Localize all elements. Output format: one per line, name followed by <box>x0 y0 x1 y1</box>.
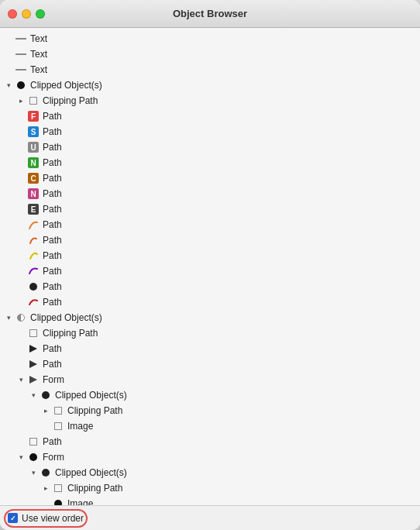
minimize-button[interactable] <box>22 9 31 19</box>
list-item[interactable]: Path <box>0 263 420 279</box>
list-item[interactable]: Clipped Object(s) <box>0 387 420 403</box>
toggle-icon[interactable] <box>3 312 14 323</box>
item-icon <box>51 404 65 418</box>
toggle-icon[interactable] <box>28 390 39 401</box>
list-item[interactable]: Path <box>0 341 420 356</box>
use-view-order-label: Use view order <box>22 513 84 524</box>
content-area: Text Text Text Clipped Object(s) <box>0 28 420 530</box>
item-icon <box>26 450 40 464</box>
list-item[interactable]: Text <box>0 46 420 62</box>
item-label: Clipping Path <box>67 483 122 494</box>
item-label: Path <box>43 297 62 308</box>
item-label: Path <box>43 250 62 261</box>
maximize-button[interactable] <box>36 9 45 19</box>
item-label: Path <box>43 359 62 370</box>
list-item[interactable]: Clipped Object(s) <box>0 77 420 93</box>
close-button[interactable] <box>8 9 17 19</box>
item-icon <box>14 32 28 46</box>
list-item[interactable]: Clipping Path <box>0 480 420 496</box>
item-icon <box>51 497 65 505</box>
toggle-icon[interactable] <box>40 405 51 416</box>
list-item[interactable]: Path <box>0 217 420 232</box>
list-item[interactable]: Image <box>0 418 420 434</box>
item-label: Form <box>43 374 64 385</box>
list-item[interactable]: Clipped Object(s) <box>0 310 420 325</box>
list-item[interactable]: Path <box>0 232 420 248</box>
item-label: Clipping Path <box>43 328 98 339</box>
list-item[interactable]: Path <box>0 279 420 294</box>
toggle-icon[interactable] <box>40 483 51 494</box>
list-item[interactable]: N Path <box>0 186 420 201</box>
list-item[interactable]: C Path <box>0 170 420 186</box>
item-label: Clipping Path <box>67 405 122 416</box>
list-item[interactable]: Form <box>0 449 420 465</box>
item-icon <box>26 326 40 340</box>
item-icon <box>26 373 40 387</box>
item-icon: F <box>26 109 40 123</box>
list-item[interactable]: Clipping Path <box>0 403 420 418</box>
svg-marker-0 <box>29 345 37 353</box>
item-icon <box>51 481 65 495</box>
item-icon <box>26 342 40 356</box>
tree-scroll[interactable]: Text Text Text Clipped Object(s) <box>0 28 420 505</box>
item-icon <box>14 63 28 77</box>
item-label: Clipped Object(s) <box>55 390 127 401</box>
list-item[interactable]: U Path <box>0 139 420 155</box>
toggle-icon[interactable] <box>15 95 26 106</box>
list-item[interactable]: N Path <box>0 155 420 170</box>
item-label: Text <box>30 33 47 44</box>
list-item[interactable]: E Path <box>0 201 420 217</box>
toggle-icon[interactable] <box>15 374 26 385</box>
item-label: Path <box>43 235 62 246</box>
item-label: Path <box>43 157 62 168</box>
item-icon <box>26 295 40 309</box>
item-label: Path <box>43 142 62 153</box>
window-title: Object Browser <box>173 8 247 19</box>
toggle-icon[interactable] <box>15 452 26 463</box>
item-label: Path <box>43 281 62 292</box>
list-item[interactable]: Path <box>0 434 420 449</box>
item-icon <box>39 388 53 402</box>
item-icon: U <box>26 140 40 154</box>
list-item[interactable]: Text <box>0 62 420 77</box>
list-item[interactable]: Clipping Path <box>0 93 420 108</box>
use-view-order-checkbox[interactable] <box>8 513 18 523</box>
item-icon: N <box>26 156 40 170</box>
item-icon <box>51 419 65 433</box>
item-label: Path <box>43 266 62 277</box>
item-icon <box>26 435 40 449</box>
list-item[interactable]: Path <box>0 248 420 263</box>
toggle-icon[interactable] <box>3 80 14 91</box>
item-label: Image <box>67 421 93 432</box>
list-item[interactable]: Text <box>0 31 420 46</box>
item-icon <box>14 47 28 61</box>
svg-marker-1 <box>29 360 37 368</box>
list-item[interactable]: Image <box>0 496 420 505</box>
list-item[interactable]: Clipped Object(s) <box>0 465 420 480</box>
list-item[interactable]: Path <box>0 294 420 310</box>
list-item[interactable]: Clipping Path <box>0 325 420 341</box>
toggle-icon[interactable] <box>28 467 39 478</box>
item-icon: N <box>26 187 40 201</box>
item-label: Path <box>43 188 62 199</box>
item-icon <box>26 280 40 294</box>
titlebar: Object Browser <box>0 0 420 28</box>
item-label: Form <box>43 452 64 463</box>
item-icon <box>14 78 28 92</box>
item-icon <box>26 249 40 263</box>
item-icon: S <box>26 125 40 139</box>
list-item[interactable]: F Path <box>0 108 420 124</box>
item-label: Clipped Object(s) <box>30 312 102 323</box>
list-item[interactable]: S Path <box>0 124 420 139</box>
item-label: Text <box>30 49 47 60</box>
item-icon <box>26 218 40 232</box>
item-icon <box>26 233 40 247</box>
list-item[interactable]: Path <box>0 356 420 372</box>
item-label: Path <box>43 204 62 215</box>
list-item[interactable]: Form <box>0 372 420 387</box>
use-view-order-checkbox-wrap[interactable]: Use view order <box>8 513 84 524</box>
item-icon: C <box>26 171 40 185</box>
item-label: Clipped Object(s) <box>30 80 102 91</box>
footer-bar: Use view order <box>0 505 420 530</box>
item-icon <box>26 264 40 278</box>
